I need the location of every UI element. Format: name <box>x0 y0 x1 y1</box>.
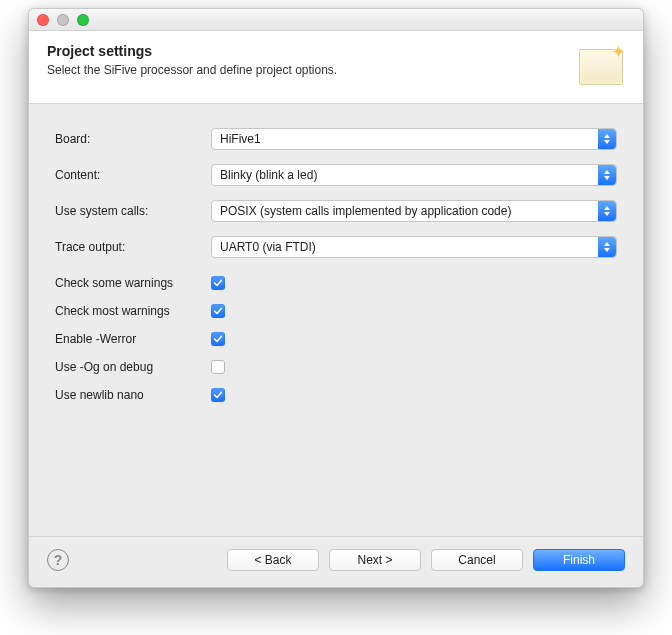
chevron-updown-icon <box>598 201 616 221</box>
trace-select[interactable]: UART0 (via FTDI) <box>211 236 617 258</box>
wizard-icon: ✦ <box>573 43 625 87</box>
syscalls-value: POSIX (system calls implemented by appli… <box>220 204 511 218</box>
traffic-lights <box>37 14 89 26</box>
enable-werror-checkbox[interactable] <box>211 332 225 346</box>
dialog-footer: ? < Back Next > Cancel Finish <box>29 536 643 587</box>
content-select[interactable]: Blinky (blink a led) <box>211 164 617 186</box>
cancel-button[interactable]: Cancel <box>431 549 523 571</box>
trace-value: UART0 (via FTDI) <box>220 240 316 254</box>
content-value: Blinky (blink a led) <box>220 168 317 182</box>
page-title: Project settings <box>47 43 337 59</box>
board-label: Board: <box>55 132 211 146</box>
check-most-warnings-label: Check most warnings <box>55 304 211 318</box>
check-some-warnings-label: Check some warnings <box>55 276 211 290</box>
check-some-warnings-checkbox[interactable] <box>211 276 225 290</box>
dialog-content: Board: HiFive1 Content: Blinky (blink a … <box>29 104 643 536</box>
use-newlib-nano-label: Use newlib nano <box>55 388 211 402</box>
help-icon[interactable]: ? <box>47 549 69 571</box>
board-select[interactable]: HiFive1 <box>211 128 617 150</box>
close-icon[interactable] <box>37 14 49 26</box>
use-newlib-nano-checkbox[interactable] <box>211 388 225 402</box>
next-button[interactable]: Next > <box>329 549 421 571</box>
use-og-label: Use -Og on debug <box>55 360 211 374</box>
chevron-updown-icon <box>598 129 616 149</box>
chevron-updown-icon <box>598 165 616 185</box>
use-og-checkbox[interactable] <box>211 360 225 374</box>
back-button[interactable]: < Back <box>227 549 319 571</box>
titlebar <box>29 9 643 31</box>
dialog-window: Project settings Select the SiFive proce… <box>28 8 644 588</box>
board-value: HiFive1 <box>220 132 261 146</box>
check-most-warnings-checkbox[interactable] <box>211 304 225 318</box>
finish-button[interactable]: Finish <box>533 549 625 571</box>
page-subtitle: Select the SiFive processor and define p… <box>47 63 337 77</box>
maximize-icon[interactable] <box>77 14 89 26</box>
syscalls-select[interactable]: POSIX (system calls implemented by appli… <box>211 200 617 222</box>
syscalls-label: Use system calls: <box>55 204 211 218</box>
dialog-header: Project settings Select the SiFive proce… <box>29 31 643 104</box>
content-label: Content: <box>55 168 211 182</box>
enable-werror-label: Enable -Werror <box>55 332 211 346</box>
minimize-icon[interactable] <box>57 14 69 26</box>
chevron-updown-icon <box>598 237 616 257</box>
trace-label: Trace output: <box>55 240 211 254</box>
